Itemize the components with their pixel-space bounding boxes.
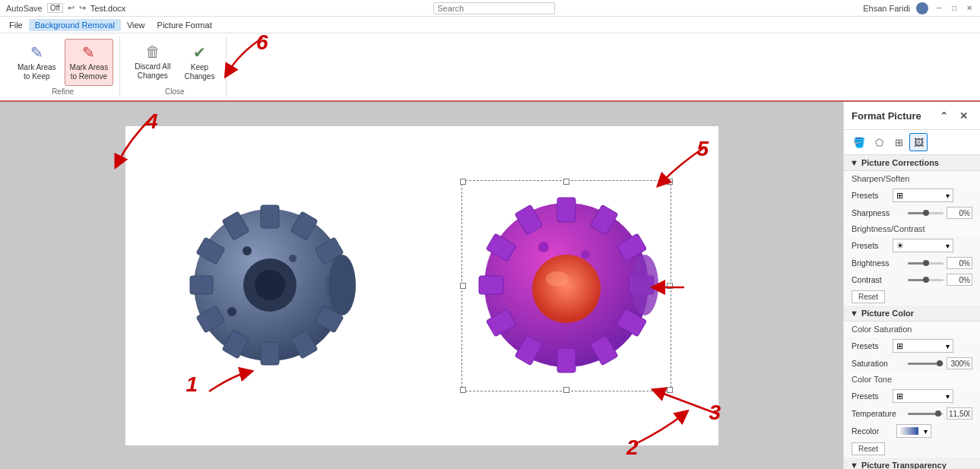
- tab-fill-icon[interactable]: 🪣: [850, 133, 868, 151]
- brightness-presets-icon: ☀: [896, 241, 904, 251]
- title-bar-left: AutoSave Off ↩ ↪ Test.docx: [6, 3, 125, 13]
- annotation-1: 1: [186, 361, 262, 401]
- tone-presets-icon: ⊞: [896, 391, 903, 401]
- saturation-presets-btn[interactable]: ⊞ ▾: [893, 339, 953, 353]
- panel-collapse-btn[interactable]: ⌃: [934, 106, 953, 125]
- panel-title: Format Picture: [852, 110, 921, 122]
- handle-bl[interactable]: [460, 387, 466, 393]
- presets-icon-grid: ⊞: [896, 191, 903, 201]
- temperature-value-input[interactable]: [947, 407, 972, 420]
- tab-layout-icon[interactable]: ⊞: [890, 133, 908, 151]
- brightness-label: Brightness: [852, 258, 905, 268]
- brightness-presets-arrow: ▾: [946, 242, 950, 250]
- panel-icon-tabs: 🪣 ⬠ ⊞ 🖼: [844, 130, 980, 155]
- brightness-slider[interactable]: [908, 262, 944, 265]
- sharpness-thumb[interactable]: [923, 210, 929, 216]
- sharpness-presets-btn[interactable]: ⊞ ▾: [893, 189, 953, 202]
- tab-picture-icon[interactable]: 🖼: [909, 133, 928, 151]
- menu-picture-format[interactable]: Picture Format: [151, 19, 218, 31]
- recolor-arrow: ▾: [924, 427, 928, 436]
- saturation-slider[interactable]: [908, 363, 944, 365]
- undo-icon[interactable]: ↩: [68, 3, 75, 13]
- collapse-icon-color: ▼: [850, 309, 858, 318]
- user-avatar: [916, 2, 928, 14]
- saturation-slider-container: [908, 363, 944, 365]
- recolor-btn[interactable]: ▾: [896, 424, 931, 438]
- ribbon: ✎ Mark Areasto Keep ✎ Mark Areasto Remov…: [0, 33, 980, 102]
- menu-file[interactable]: File: [3, 19, 29, 31]
- autosave-toggle[interactable]: Off: [47, 3, 63, 13]
- saturation-presets-arrow: ▾: [946, 342, 950, 350]
- maximize-btn[interactable]: □: [950, 4, 959, 13]
- saturation-presets-label: Presets: [852, 341, 890, 350]
- blue-gear-svg: [179, 194, 361, 376]
- discard-changes-button[interactable]: 🗑 Discard AllChanges: [129, 39, 176, 86]
- sharpness-label: Sharpness: [852, 208, 905, 217]
- search-bar[interactable]: [433, 2, 555, 14]
- handle-ml[interactable]: [460, 283, 466, 289]
- inner-arrow: [650, 280, 688, 296]
- svg-point-14: [255, 270, 285, 300]
- ribbon-group-refine-buttons: ✎ Mark Areasto Keep ✎ Mark Areasto Remov…: [12, 36, 113, 87]
- minimize-btn[interactable]: ─: [934, 4, 944, 13]
- mark-areas-remove-button[interactable]: ✎ Mark Areasto Remove: [65, 39, 114, 86]
- handle-tm[interactable]: [563, 179, 569, 185]
- svg-point-16: [289, 255, 297, 262]
- menu-view[interactable]: View: [121, 19, 151, 31]
- document-page: 1: [125, 126, 718, 445]
- svg-point-33: [546, 271, 569, 287]
- picture-color-header[interactable]: ▼ Picture Color: [844, 306, 980, 322]
- filename: Test.docx: [90, 4, 125, 13]
- keep-label: KeepChanges: [184, 63, 214, 81]
- brightness-value-input[interactable]: [947, 257, 972, 269]
- close-btn[interactable]: ✕: [965, 4, 974, 13]
- saturation-thumb[interactable]: [937, 360, 943, 366]
- pink-gear-svg: [468, 186, 665, 384]
- temperature-slider[interactable]: [908, 413, 944, 415]
- color-reset-btn[interactable]: Reset: [852, 442, 885, 455]
- arrow-4: [106, 109, 182, 170]
- annotation-4: 4: [106, 109, 182, 172]
- menu-background-removal[interactable]: Background Removal: [29, 19, 121, 31]
- brightness-presets-label: Presets: [852, 241, 890, 250]
- handle-bm[interactable]: [563, 387, 569, 393]
- tab-effects-icon[interactable]: ⬠: [870, 133, 888, 151]
- ribbon-group-refine: ✎ Mark Areasto Keep ✎ Mark Areasto Remov…: [6, 36, 120, 97]
- mark-areas-keep-button[interactable]: ✎ Mark Areasto Keep: [12, 39, 62, 86]
- search-input[interactable]: [433, 2, 555, 14]
- brightness-presets-btn[interactable]: ☀ ▾: [893, 239, 953, 252]
- pink-gear-container: 5 3: [468, 186, 665, 385]
- tone-presets-label: Presets: [852, 391, 890, 401]
- saturation-value-input[interactable]: [947, 357, 972, 369]
- sharpness-value-input[interactable]: [947, 207, 972, 219]
- saturation-row: Saturation: [844, 355, 980, 372]
- picture-corrections-header[interactable]: ▼ Picture Corrections: [844, 155, 980, 171]
- blue-gear-container: 1: [179, 194, 361, 378]
- corrections-reset-btn[interactable]: Reset: [852, 290, 885, 303]
- contrast-thumb[interactable]: [923, 277, 929, 283]
- recolor-label: Recolor: [852, 426, 893, 436]
- brightness-thumb[interactable]: [923, 260, 929, 266]
- brightness-presets-row: Presets ☀ ▾: [844, 236, 980, 255]
- contrast-slider[interactable]: [908, 279, 944, 281]
- tone-presets-row: Presets ⊞ ▾: [844, 387, 980, 405]
- panel-header-icons: ⌃ ✕: [934, 106, 972, 125]
- panel-close-btn[interactable]: ✕: [954, 106, 972, 125]
- presets-dropdown-arrow: ▾: [946, 192, 950, 200]
- svg-point-34: [538, 242, 549, 252]
- discard-label: Discard AllChanges: [135, 62, 170, 81]
- handle-tl[interactable]: [460, 179, 466, 185]
- color-tone-header: Color Tone: [844, 372, 980, 387]
- contrast-value-input[interactable]: [947, 274, 972, 286]
- temperature-thumb[interactable]: [935, 410, 941, 417]
- annotation-6: 6: [256, 30, 268, 55]
- annotation-2: 2: [626, 399, 695, 461]
- ribbon-group-close: 🗑 Discard AllChanges ✔ KeepChanges Close: [123, 36, 227, 97]
- collapse-icon-transparency: ▼: [850, 461, 858, 469]
- collapse-icon-corrections: ▼: [850, 158, 858, 167]
- sharpness-slider[interactable]: [908, 212, 944, 214]
- keep-changes-button[interactable]: ✔ KeepChanges: [179, 39, 220, 86]
- redo-icon[interactable]: ↪: [79, 3, 86, 13]
- picture-transparency-header[interactable]: ▼ Picture Transparency: [844, 458, 980, 469]
- tone-presets-btn[interactable]: ⊞ ▾: [893, 389, 953, 403]
